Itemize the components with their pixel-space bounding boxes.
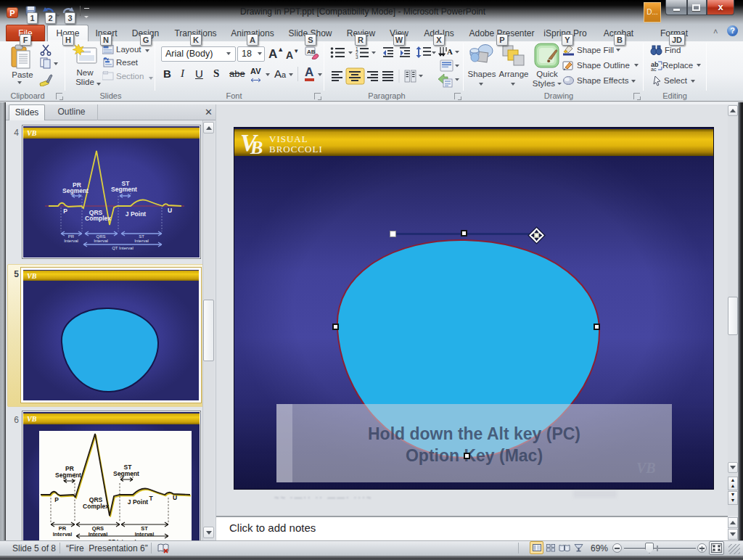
svg-text:VІSUAL: VІSUAL	[269, 133, 308, 144]
svg-text:Complex: Complex	[85, 215, 111, 222]
svg-text:Interval: Interval	[134, 239, 149, 243]
svg-text:Interval: Interval	[94, 239, 108, 243]
svg-text:BROCCOLІ: BROCCOLІ	[269, 144, 323, 155]
svg-text:A: A	[447, 47, 453, 56]
svg-text:Interval: Interval	[135, 531, 155, 538]
svg-text:Interval: Interval	[64, 239, 78, 243]
svg-text:VB: VB	[27, 129, 37, 137]
svg-text:Interval: Interval	[89, 531, 108, 538]
svg-text:U: U	[173, 494, 177, 501]
svg-text:3: 3	[356, 54, 358, 59]
svg-text:T: T	[149, 495, 153, 502]
svg-text:VB: VB	[27, 272, 37, 280]
svg-text:Segment: Segment	[111, 186, 137, 193]
svg-text:AB: AB	[307, 49, 316, 55]
svg-text:P: P	[63, 207, 67, 215]
svg-text:ac: ac	[651, 67, 657, 71]
svg-text:Segment: Segment	[113, 470, 139, 477]
svg-text:P: P	[54, 496, 59, 503]
svg-text:Segment: Segment	[62, 187, 89, 194]
svg-text:Segment: Segment	[55, 472, 81, 479]
svg-text:J Point: J Point	[126, 210, 147, 218]
svg-text:B: B	[250, 137, 263, 158]
svg-text:QT Interval: QT Interval	[112, 246, 134, 250]
svg-text:Complex: Complex	[83, 503, 109, 510]
svg-text:J Point: J Point	[128, 498, 149, 506]
svg-text:Interval: Interval	[53, 531, 73, 538]
svg-text:VB: VB	[27, 415, 37, 423]
svg-text:U: U	[168, 207, 172, 214]
